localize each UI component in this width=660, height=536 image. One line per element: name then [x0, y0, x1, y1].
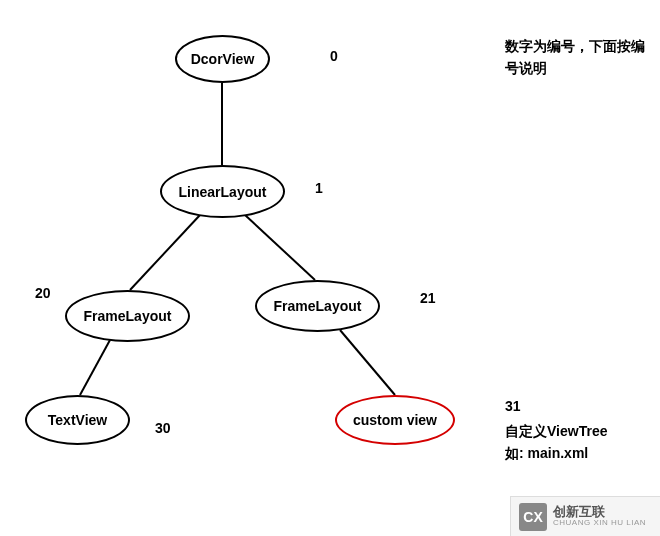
id-label-30: 30	[155, 420, 171, 436]
watermark-text: 创新互联 CHUANG XIN HU LIAN	[553, 505, 646, 528]
node-dcorview: DcorView	[175, 35, 270, 83]
node-label: FrameLayout	[84, 308, 172, 324]
id-label-31: 31	[505, 398, 521, 414]
node-linearlayout: LinearLayout	[160, 165, 285, 218]
edge-1-21	[245, 215, 315, 280]
node-label: FrameLayout	[274, 298, 362, 314]
node-label: LinearLayout	[179, 184, 267, 200]
note-custom-line2: 如: main.xml	[505, 442, 655, 464]
watermark: CX 创新互联 CHUANG XIN HU LIAN	[510, 496, 660, 536]
node-framelayout-left: FrameLayout	[65, 290, 190, 342]
node-framelayout-right: FrameLayout	[255, 280, 380, 332]
watermark-en: CHUANG XIN HU LIAN	[553, 519, 646, 528]
id-label-0: 0	[330, 48, 338, 64]
note-custom: 自定义ViewTree 如: main.xml	[505, 420, 655, 465]
note-custom-line1: 自定义ViewTree	[505, 420, 655, 442]
edge-21-31	[340, 330, 395, 395]
watermark-cn: 创新互联	[553, 505, 646, 519]
node-label: DcorView	[191, 51, 255, 67]
node-custom-view: custom view	[335, 395, 455, 445]
node-label: custom view	[353, 412, 437, 428]
edge-1-20	[130, 215, 200, 290]
node-textview: TextView	[25, 395, 130, 445]
edge-20-30	[80, 340, 110, 395]
note-top: 数字为编号，下面按编号说明	[505, 35, 645, 80]
id-label-20: 20	[35, 285, 51, 301]
id-label-1: 1	[315, 180, 323, 196]
id-label-21: 21	[420, 290, 436, 306]
watermark-logo-icon: CX	[519, 503, 547, 531]
node-label: TextView	[48, 412, 107, 428]
